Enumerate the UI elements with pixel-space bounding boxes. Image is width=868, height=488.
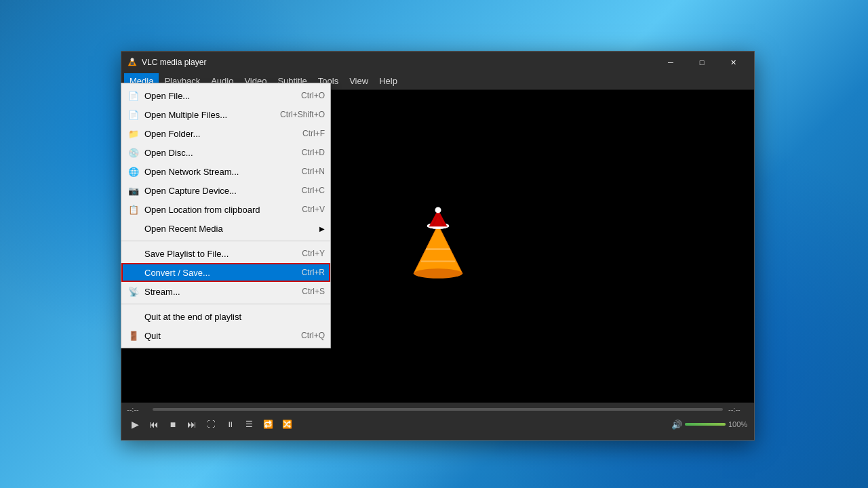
- quit-shortcut: Ctrl+Q: [301, 331, 325, 340]
- menu-item-quit-playlist[interactable]: Quit at the end of playlist: [121, 307, 330, 326]
- menu-item-open-clipboard[interactable]: 📋 Open Location from clipboard Ctrl+V: [121, 200, 330, 219]
- vlc-cone-logo: [408, 205, 469, 287]
- maximize-button[interactable]: □: [686, 52, 717, 73]
- open-disc-shortcut: Ctrl+D: [302, 148, 325, 157]
- open-capture-label: Open Capture Device...: [144, 186, 296, 196]
- convert-save-icon: [127, 266, 140, 279]
- menu-item-open-recent[interactable]: Open Recent Media ▶: [121, 219, 330, 238]
- svg-point-2: [131, 58, 134, 62]
- open-network-icon: 🌐: [127, 165, 140, 178]
- open-folder-label: Open Folder...: [144, 129, 297, 139]
- menu-item-convert-save[interactable]: Convert / Save... Ctrl+R: [121, 263, 330, 282]
- stream-icon: 📡: [127, 285, 140, 298]
- title-bar: VLC media player ─ □ ✕: [121, 52, 754, 73]
- buttons-row: ▶ ⏮ ■ ⏭ ⛶ ⏸ ☰ 🔁 🔀 🔊 100%: [127, 416, 749, 432]
- random-button[interactable]: 🔀: [279, 416, 295, 432]
- convert-save-shortcut: Ctrl+R: [302, 268, 325, 277]
- fullscreen-button[interactable]: ⛶: [203, 416, 219, 432]
- svg-rect-1: [131, 62, 134, 65]
- open-recent-icon: [127, 222, 140, 235]
- menu-item-save-playlist[interactable]: Save Playlist to File... Ctrl+Y: [121, 244, 330, 263]
- media-dropdown-menu: 📄 Open File... Ctrl+O 📄 Open Multiple Fi…: [121, 83, 331, 348]
- open-capture-shortcut: Ctrl+C: [302, 186, 325, 195]
- menu-item-open-folder[interactable]: 📁 Open Folder... Ctrl+F: [121, 124, 330, 143]
- separator-2: [121, 304, 330, 304]
- open-capture-icon: 📷: [127, 184, 140, 197]
- menu-item-open-multiple[interactable]: 📄 Open Multiple Files... Ctrl+Shift+O: [121, 105, 330, 124]
- loop-button[interactable]: 🔁: [260, 416, 276, 432]
- play-button[interactable]: ▶: [127, 416, 143, 432]
- open-recent-arrow: ▶: [319, 225, 325, 232]
- open-disc-icon: 💿: [127, 146, 140, 159]
- open-folder-shortcut: Ctrl+F: [302, 129, 325, 138]
- svg-point-10: [435, 207, 441, 213]
- menu-item-open-capture[interactable]: 📷 Open Capture Device... Ctrl+C: [121, 181, 330, 200]
- vlc-window-icon: [127, 57, 138, 68]
- menu-item-quit[interactable]: 🚪 Quit Ctrl+Q: [121, 326, 330, 345]
- menu-item-stream[interactable]: 📡 Stream... Ctrl+S: [121, 282, 330, 301]
- open-network-label: Open Network Stream...: [144, 167, 296, 177]
- open-clipboard-label: Open Location from clipboard: [144, 205, 296, 215]
- open-network-shortcut: Ctrl+N: [302, 167, 325, 176]
- open-folder-icon: 📁: [127, 127, 140, 140]
- frame-button[interactable]: ⏸: [222, 416, 238, 432]
- playlist-button[interactable]: ☰: [241, 416, 257, 432]
- quit-playlist-icon: [127, 310, 140, 323]
- quit-label: Quit: [144, 331, 296, 341]
- quit-playlist-label: Quit at the end of playlist: [144, 312, 319, 322]
- open-clipboard-icon: 📋: [127, 203, 140, 216]
- open-file-shortcut: Ctrl+O: [301, 91, 325, 100]
- separator-1: [121, 241, 330, 241]
- save-playlist-icon: [127, 247, 140, 260]
- svg-point-6: [414, 268, 462, 278]
- volume-area: 🔊 100%: [671, 420, 749, 430]
- window-controls: ─ □ ✕: [655, 52, 749, 73]
- convert-save-label: Convert / Save...: [144, 268, 296, 278]
- volume-icon: 🔊: [671, 420, 682, 430]
- next-button[interactable]: ⏭: [184, 416, 200, 432]
- prev-button[interactable]: ⏮: [146, 416, 162, 432]
- volume-percent: 100%: [728, 420, 749, 428]
- close-button[interactable]: ✕: [717, 52, 749, 73]
- stream-label: Stream...: [144, 287, 296, 297]
- time-elapsed: --:--: [127, 405, 147, 413]
- quit-icon: 🚪: [127, 329, 140, 342]
- save-playlist-label: Save Playlist to File...: [144, 249, 296, 259]
- volume-fill: [685, 423, 726, 426]
- progress-bar[interactable]: [153, 408, 723, 411]
- open-disc-label: Open Disc...: [144, 148, 296, 158]
- open-recent-label: Open Recent Media: [144, 224, 317, 234]
- save-playlist-shortcut: Ctrl+Y: [302, 249, 325, 258]
- volume-bar[interactable]: [685, 423, 726, 426]
- open-clipboard-shortcut: Ctrl+V: [302, 205, 325, 214]
- minimize-button[interactable]: ─: [655, 52, 686, 73]
- open-multiple-shortcut: Ctrl+Shift+O: [280, 110, 325, 119]
- controls-bar: --:-- --:-- ▶ ⏮ ■ ⏭ ⛶ ⏸ ☰ 🔁 🔀 🔊 100%: [121, 403, 754, 440]
- open-file-icon: 📄: [127, 89, 140, 102]
- menu-view[interactable]: View: [344, 73, 374, 89]
- open-file-label: Open File...: [144, 91, 296, 101]
- menu-item-open-disc[interactable]: 💿 Open Disc... Ctrl+D: [121, 143, 330, 162]
- progress-row: --:-- --:--: [127, 405, 749, 413]
- open-multiple-icon: 📄: [127, 108, 140, 121]
- time-total: --:--: [728, 405, 749, 413]
- stream-shortcut: Ctrl+S: [302, 287, 325, 296]
- window-title: VLC media player: [142, 58, 655, 67]
- menu-help[interactable]: Help: [374, 73, 403, 89]
- menu-item-open-network[interactable]: 🌐 Open Network Stream... Ctrl+N: [121, 162, 330, 181]
- menu-item-open-file[interactable]: 📄 Open File... Ctrl+O: [121, 86, 330, 105]
- open-multiple-label: Open Multiple Files...: [144, 110, 275, 120]
- stop-button[interactable]: ■: [165, 416, 181, 432]
